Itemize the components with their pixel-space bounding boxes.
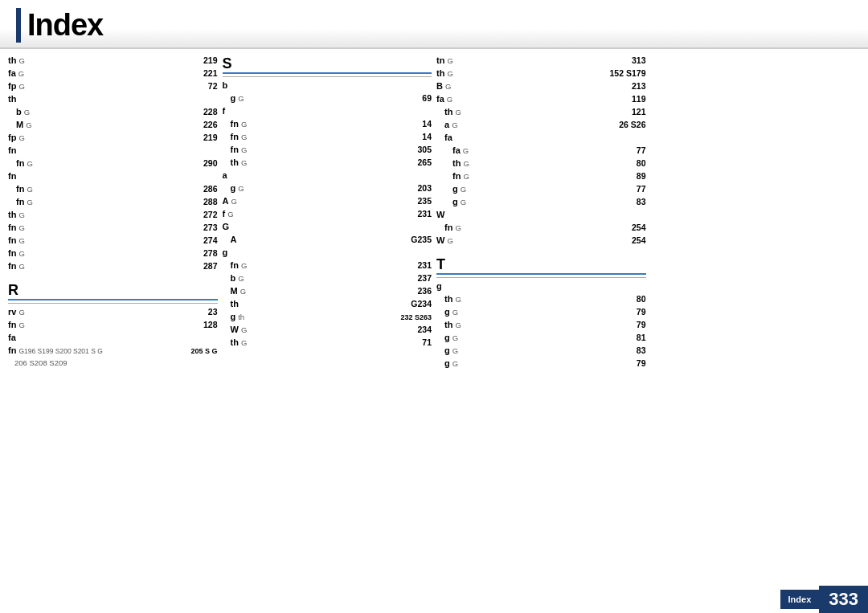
index-row: fnG287 <box>8 261 218 274</box>
index-row: fnG288 <box>8 197 218 210</box>
index-row: fnG273 <box>8 223 218 235</box>
index-row: g <box>223 247 432 260</box>
index-row: thG152 S179 <box>436 68 646 81</box>
page-footer: Index 333 <box>780 586 868 613</box>
index-row: faG77 <box>436 145 646 158</box>
index-row: faG119 <box>436 94 646 107</box>
section-t-header: T <box>436 256 646 275</box>
index-row: MG226 <box>8 120 218 133</box>
index-row: fn <box>8 171 218 184</box>
index-column-2: S b gG69 f fnG14 fnG14 fnG305 thG265 a g… <box>223 55 432 371</box>
index-row: fnG89 <box>436 171 646 184</box>
index-row: fnG274 <box>8 235 218 248</box>
page-title: Index <box>16 8 852 43</box>
index-row: thG219 <box>8 55 218 68</box>
index-row: thG272 <box>8 210 218 223</box>
index-row: th <box>8 94 218 107</box>
index-column-1: thG219 faG221 fpG72 th bG228 MG226 fpG21… <box>8 55 218 371</box>
index-row: thG71 <box>223 337 432 350</box>
index-row: thG79 <box>436 320 646 333</box>
index-row: fpG219 <box>8 133 218 145</box>
index-column-3: tnG313 thG152 S179 BG213 faG119 thG121 a… <box>436 55 646 371</box>
index-row: thG80 <box>436 294 646 307</box>
index-row: fnG305 <box>223 145 432 157</box>
index-row: aG26 S26 <box>436 120 646 133</box>
index-row: fpG72 <box>8 81 218 94</box>
section-r-header: R <box>8 282 218 300</box>
index-row: faG221 <box>8 68 218 81</box>
index-row: bG228 <box>8 107 218 120</box>
index-row: BG213 <box>436 81 646 94</box>
index-row: gG83 <box>436 345 646 358</box>
index-row: a <box>223 170 432 183</box>
index-row: fn <box>8 145 218 158</box>
index-row: gG69 <box>223 93 432 106</box>
section-s-header: S <box>223 55 432 74</box>
index-row: b <box>223 80 432 93</box>
index-row: MG236 <box>223 286 432 299</box>
index-row: gG203 <box>223 183 432 196</box>
index-row: W <box>436 210 646 223</box>
index-row: fnG14 <box>223 119 432 132</box>
index-row: fa <box>8 333 218 345</box>
index-row: thG80 <box>436 158 646 171</box>
index-row: fnG254 <box>436 223 646 235</box>
index-row: rvG23 <box>8 307 218 320</box>
index-row: fnG14 <box>223 132 432 145</box>
index-row: fnG286 <box>8 184 218 197</box>
index-row: gG77 <box>436 184 646 197</box>
index-row: gth232 S263 <box>223 312 432 325</box>
index-row: AG235 <box>223 196 432 209</box>
index-row: fnG196 S199 S200 S201 S G205 S G <box>8 345 218 358</box>
page-header: Index <box>0 0 868 49</box>
index-row: 206 S208 S209 <box>8 358 218 371</box>
index-row: gG81 <box>436 333 646 345</box>
index-row: fnG128 <box>8 320 218 333</box>
footer-index-label: Index <box>780 590 820 609</box>
index-row: fnG231 <box>223 260 432 273</box>
index-row: thG234 <box>223 299 432 312</box>
page-container: Index thG219 faG221 fpG72 th bG228 MG226… <box>0 0 868 378</box>
index-row: fa <box>436 133 646 145</box>
index-row: WG254 <box>436 235 646 248</box>
index-row: gG83 <box>436 197 646 210</box>
footer-page-number: 333 <box>819 586 868 613</box>
index-row: gG79 <box>436 358 646 371</box>
index-content: thG219 faG221 fpG72 th bG228 MG226 fpG21… <box>0 49 868 378</box>
index-row: gG79 <box>436 307 646 320</box>
index-row: WG234 <box>223 325 432 337</box>
index-row: bG237 <box>223 273 432 286</box>
index-row: fG231 <box>223 209 432 222</box>
index-column-4 <box>651 55 861 371</box>
index-row: fnG290 <box>8 158 218 171</box>
index-row: G <box>223 222 432 235</box>
index-row: fnG278 <box>8 248 218 261</box>
index-row: f <box>223 106 432 119</box>
index-row: AG235 <box>223 235 432 247</box>
index-row: thG265 <box>223 157 432 170</box>
index-row: thG121 <box>436 107 646 120</box>
index-row: tnG313 <box>436 55 646 68</box>
index-row: g <box>436 281 646 294</box>
